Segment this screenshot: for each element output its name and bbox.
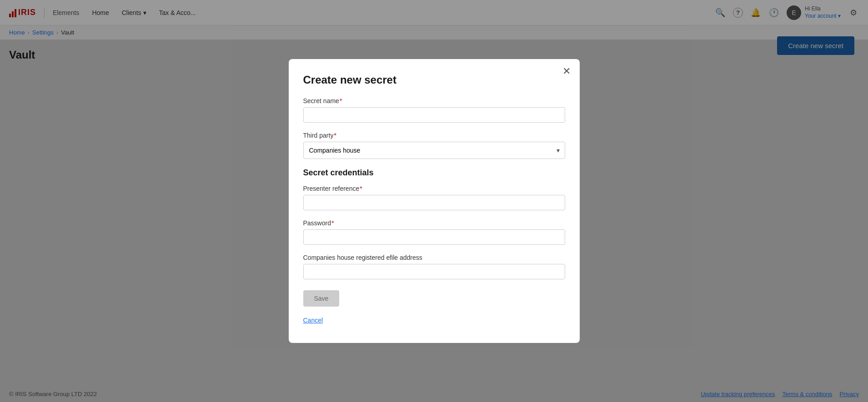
- save-button[interactable]: Save: [303, 290, 340, 307]
- efile-address-label: Companies house registered efile address: [303, 254, 565, 261]
- third-party-select[interactable]: Companies house HMRC Other: [303, 142, 565, 159]
- password-input[interactable]: [303, 229, 565, 245]
- secret-name-group: Secret name*: [303, 97, 565, 123]
- efile-address-group: Companies house registered efile address: [303, 254, 565, 279]
- secret-name-label: Secret name*: [303, 97, 565, 104]
- third-party-select-wrapper: Companies house HMRC Other ▾: [303, 142, 565, 159]
- presenter-reference-label: Presenter reference*: [303, 185, 565, 192]
- modal-overlay: ✕ Create new secret Secret name* Third p…: [0, 0, 868, 402]
- secret-credentials-title: Secret credentials: [303, 168, 565, 178]
- secret-name-input[interactable]: [303, 107, 565, 123]
- form-actions: Save Cancel: [303, 290, 565, 328]
- third-party-group: Third party* Companies house HMRC Other …: [303, 132, 565, 159]
- cancel-button[interactable]: Cancel: [303, 312, 323, 328]
- required-star-2: *: [334, 132, 336, 139]
- third-party-label: Third party*: [303, 132, 565, 139]
- modal-dialog: ✕ Create new secret Secret name* Third p…: [289, 59, 580, 343]
- password-group: Password*: [303, 219, 565, 245]
- presenter-reference-input[interactable]: [303, 195, 565, 210]
- required-star-3: *: [360, 185, 362, 192]
- close-button[interactable]: ✕: [562, 66, 571, 76]
- presenter-reference-group: Presenter reference*: [303, 185, 565, 210]
- required-star-4: *: [331, 219, 334, 227]
- password-label: Password*: [303, 219, 565, 227]
- required-star: *: [340, 97, 342, 104]
- modal-title: Create new secret: [303, 74, 565, 86]
- efile-address-input[interactable]: [303, 264, 565, 279]
